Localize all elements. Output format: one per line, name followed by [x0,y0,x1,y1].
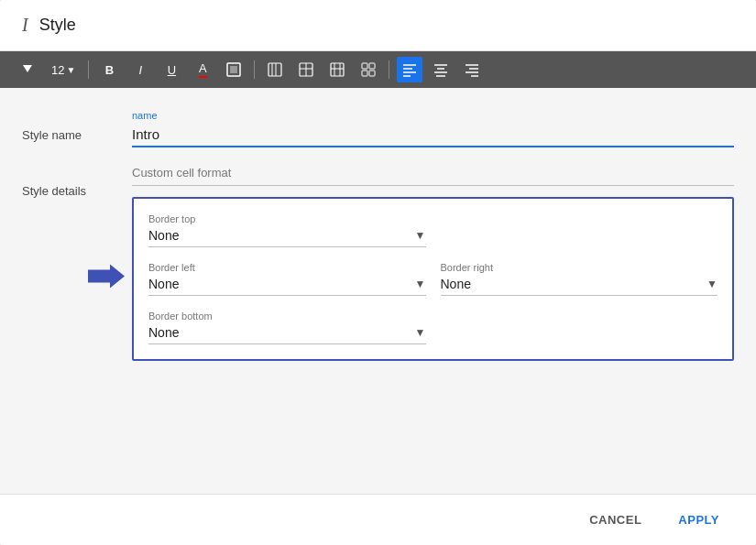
style-details-wrap: Custom cell format Border t [132,166,734,361]
border-bottom-field: Border bottom None ▼ [148,311,426,344]
style-name-section: Style name name [0,88,756,147]
svg-rect-16 [369,71,375,76]
dialog-footer: CANCEL APPLY [0,494,756,545]
border-right-value: None [441,277,707,291]
svg-rect-3 [268,63,281,76]
col-format-2-icon [298,61,314,78]
col-format-2-btn[interactable] [293,57,319,82]
arrow-indicator [88,262,125,296]
border-lr-row: Border left None ▼ Border right None [148,262,718,296]
dialog-title: Style [39,16,76,35]
right-arrow-icon [88,262,125,289]
custom-cell-label: Custom cell format [132,166,734,180]
border-top-field: Border top None ▼ [148,213,426,247]
svg-marker-29 [88,264,125,288]
underline-icon: U [168,63,176,77]
border-box-wrap: Border top None ▼ [132,197,734,361]
underline-btn[interactable]: U [159,57,184,82]
highlight-icon [225,61,242,78]
col-format-4-btn[interactable] [356,57,381,82]
svg-rect-13 [362,63,367,69]
border-left-value: None [148,277,415,291]
style-dialog: I Style 12 ▼ B I U A [0,0,756,545]
style-details-label: Style details [22,166,132,198]
dropdown-arrow-btn[interactable] [15,57,40,82]
border-right-label: Border right [441,262,718,273]
separator-2 [254,60,255,79]
align-left-btn[interactable] [397,57,422,82]
border-right-field: Border right None ▼ [441,262,718,296]
border-top-row: Border top None ▼ [148,213,718,247]
border-left-chevron: ▼ [415,278,426,290]
border-bottom-select[interactable]: None ▼ [148,325,426,344]
svg-marker-0 [23,65,32,72]
divider [132,185,734,186]
bold-icon: B [105,63,114,77]
svg-rect-2 [230,66,237,73]
separator-1 [88,60,89,79]
border-top-label: Border top [148,213,426,224]
align-right-btn[interactable] [459,57,485,82]
border-top-chevron: ▼ [415,229,426,242]
border-options-box: Border top None ▼ [132,197,734,361]
italic-icon: I [139,63,143,77]
font-size-value: 12 [51,63,64,77]
style-name-label: Style name [22,110,132,142]
title-bar: I Style [0,0,756,51]
border-right-chevron: ▼ [707,278,718,290]
svg-rect-9 [331,63,344,76]
dialog-body: Style name name Style details Custom cel… [0,88,756,494]
align-center-btn[interactable] [428,57,454,82]
font-color-icon: A [199,61,207,78]
italic-btn[interactable]: I [127,57,153,82]
style-name-field-wrap: name [132,110,734,147]
border-top-select[interactable]: None ▼ [148,228,426,247]
col-format-3-icon [329,61,345,78]
border-left-field: Border left None ▼ [148,262,426,296]
align-left-icon [401,61,418,78]
align-center-icon [433,61,449,78]
toolbar: 12 ▼ B I U A [0,51,756,88]
style-details-section: Style details Custom cell format [0,147,756,361]
style-icon: I [22,15,28,36]
highlight-btn[interactable] [221,57,247,82]
bold-btn[interactable]: B [96,57,122,82]
cancel-button[interactable]: CANCEL [575,506,656,534]
col-format-1-btn[interactable] [262,57,288,82]
col-format-1-icon [267,61,283,78]
font-size-chevron: ▼ [66,65,75,75]
col-format-4-icon [360,61,377,78]
align-right-icon [464,61,480,78]
font-size-dropdown[interactable]: 12 ▼ [46,60,81,81]
border-bottom-chevron: ▼ [415,326,426,339]
svg-rect-15 [362,71,367,76]
border-bottom-row: Border bottom None ▼ [148,311,718,344]
border-left-select[interactable]: None ▼ [148,277,426,296]
separator-3 [389,60,389,79]
style-name-input[interactable] [132,123,734,147]
border-top-value: None [148,228,415,243]
name-field-label: name [132,110,734,121]
svg-rect-14 [369,63,375,69]
font-color-btn[interactable]: A [190,57,215,82]
border-left-label: Border left [148,262,426,273]
border-bottom-label: Border bottom [148,311,426,322]
apply-button[interactable]: APPLY [663,506,734,534]
col-format-3-btn[interactable] [324,57,350,82]
border-bottom-value: None [148,325,415,340]
border-right-select[interactable]: None ▼ [441,277,718,296]
